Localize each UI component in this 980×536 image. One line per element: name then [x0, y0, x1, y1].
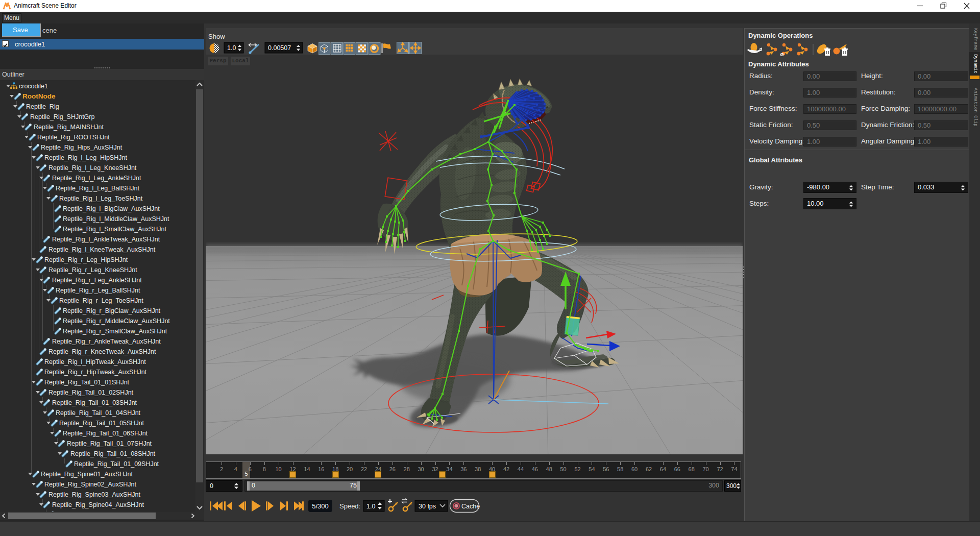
- svg-text:5/300: 5/300: [312, 502, 329, 510]
- svg-text:0.00507: 0.00507: [268, 44, 291, 52]
- svg-text:Cache: Cache: [461, 503, 480, 510]
- svg-text:30 fps: 30 fps: [419, 503, 436, 510]
- svg-text:1.0: 1.0: [366, 503, 375, 510]
- svg-text:1.0: 1.0: [227, 44, 236, 52]
- svg-text:Speed:: Speed:: [339, 502, 360, 510]
